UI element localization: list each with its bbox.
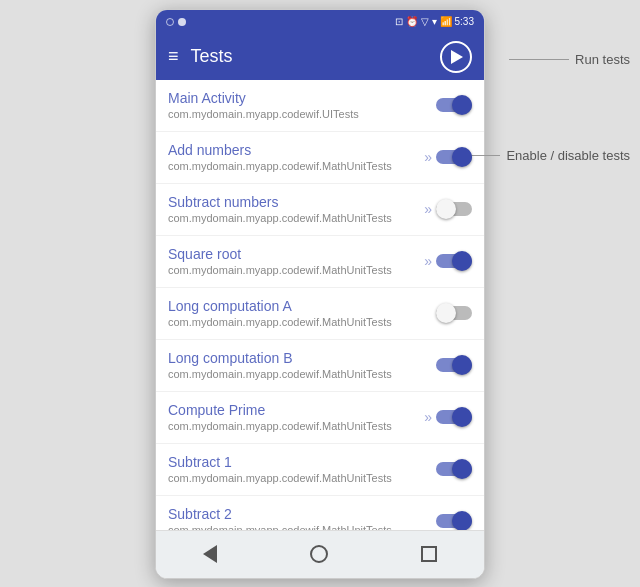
test-info: Compute Primecom.mydomain.myapp.codewif.… bbox=[168, 402, 424, 432]
skip-icon[interactable]: » bbox=[424, 201, 432, 217]
test-name: Subtract 2 bbox=[168, 506, 436, 522]
test-name: Long computation B bbox=[168, 350, 436, 366]
test-toggle[interactable] bbox=[436, 511, 472, 530]
play-icon bbox=[451, 50, 463, 64]
test-controls: » bbox=[424, 147, 472, 167]
toggle-thumb bbox=[452, 511, 472, 530]
test-item: Main Activitycom.mydomain.myapp.codewif.… bbox=[156, 80, 484, 132]
status-time: 5:33 bbox=[455, 16, 474, 27]
test-controls: » bbox=[424, 407, 472, 427]
status-bar: ⊡ ⏰ ▽ ▾ 📶 5:33 bbox=[156, 10, 484, 34]
toggle-thumb bbox=[452, 407, 472, 427]
toggle-thumb bbox=[436, 199, 456, 219]
run-tests-annotation: Run tests bbox=[509, 52, 630, 67]
test-toggle[interactable] bbox=[436, 251, 472, 271]
home-icon bbox=[310, 545, 328, 563]
test-item: Add numberscom.mydomain.myapp.codewif.Ma… bbox=[156, 132, 484, 184]
skip-icon[interactable]: » bbox=[424, 409, 432, 425]
test-info: Long computation Acom.mydomain.myapp.cod… bbox=[168, 298, 436, 328]
test-controls bbox=[436, 95, 472, 115]
test-controls: » bbox=[424, 251, 472, 271]
test-package: com.mydomain.myapp.codewif.MathUnitTests bbox=[168, 420, 424, 432]
annotation-line bbox=[509, 59, 569, 60]
test-list: Main Activitycom.mydomain.myapp.codewif.… bbox=[156, 80, 484, 530]
test-package: com.mydomain.myapp.codewif.MathUnitTests bbox=[168, 472, 436, 484]
test-item: Subtract numberscom.mydomain.myapp.codew… bbox=[156, 184, 484, 236]
test-package: com.mydomain.myapp.codewif.MathUnitTests bbox=[168, 212, 424, 224]
test-name: Compute Prime bbox=[168, 402, 424, 418]
test-package: com.mydomain.myapp.codewif.MathUnitTests bbox=[168, 160, 424, 172]
test-info: Long computation Bcom.mydomain.myapp.cod… bbox=[168, 350, 436, 380]
test-controls bbox=[436, 511, 472, 530]
recent-apps-button[interactable] bbox=[421, 546, 437, 562]
status-dot-1 bbox=[166, 18, 174, 26]
recent-icon bbox=[421, 546, 437, 562]
test-item: Square rootcom.mydomain.myapp.codewif.Ma… bbox=[156, 236, 484, 288]
test-toggle[interactable] bbox=[436, 95, 472, 115]
test-item: Subtract 1com.mydomain.myapp.codewif.Mat… bbox=[156, 444, 484, 496]
skip-icon[interactable]: » bbox=[424, 149, 432, 165]
test-item: Subtract 2com.mydomain.myapp.codewif.Mat… bbox=[156, 496, 484, 530]
test-toggle[interactable] bbox=[436, 147, 472, 167]
test-item: Compute Primecom.mydomain.myapp.codewif.… bbox=[156, 392, 484, 444]
toggle-thumb bbox=[452, 95, 472, 115]
phone-wrapper: Run tests Enable / disable tests ⊡ ⏰ ▽ ▾… bbox=[0, 0, 640, 587]
test-controls bbox=[436, 355, 472, 375]
menu-icon[interactable]: ≡ bbox=[168, 46, 179, 67]
phone-frame: ⊡ ⏰ ▽ ▾ 📶 5:33 ≡ Tests Main Activitycom.… bbox=[155, 9, 485, 579]
test-info: Subtract numberscom.mydomain.myapp.codew… bbox=[168, 194, 424, 224]
test-name: Main Activity bbox=[168, 90, 436, 106]
toggle-thumb bbox=[452, 251, 472, 271]
test-info: Add numberscom.mydomain.myapp.codewif.Ma… bbox=[168, 142, 424, 172]
run-tests-button[interactable] bbox=[440, 41, 472, 73]
test-name: Subtract 1 bbox=[168, 454, 436, 470]
bottom-nav bbox=[156, 530, 484, 578]
test-name: Long computation A bbox=[168, 298, 436, 314]
test-name: Add numbers bbox=[168, 142, 424, 158]
test-controls bbox=[436, 459, 472, 479]
test-name: Subtract numbers bbox=[168, 194, 424, 210]
toolbar: ≡ Tests bbox=[156, 34, 484, 80]
status-dot-2 bbox=[178, 18, 186, 26]
test-info: Main Activitycom.mydomain.myapp.codewif.… bbox=[168, 90, 436, 120]
test-toggle[interactable] bbox=[436, 199, 472, 219]
toggle-thumb bbox=[452, 355, 472, 375]
test-toggle[interactable] bbox=[436, 407, 472, 427]
back-icon bbox=[203, 545, 217, 563]
status-right: ⊡ ⏰ ▽ ▾ 📶 5:33 bbox=[395, 16, 474, 27]
test-package: com.mydomain.myapp.codewif.MathUnitTests bbox=[168, 316, 436, 328]
test-toggle[interactable] bbox=[436, 355, 472, 375]
status-left bbox=[166, 18, 186, 26]
test-controls: » bbox=[424, 199, 472, 219]
skip-icon[interactable]: » bbox=[424, 253, 432, 269]
test-info: Subtract 1com.mydomain.myapp.codewif.Mat… bbox=[168, 454, 436, 484]
toggle-thumb bbox=[436, 303, 456, 323]
status-icons: ⊡ ⏰ ▽ ▾ 📶 bbox=[395, 16, 451, 27]
back-button[interactable] bbox=[203, 545, 217, 563]
toggle-thumb bbox=[452, 147, 472, 167]
test-package: com.mydomain.myapp.codewif.UITests bbox=[168, 108, 436, 120]
test-package: com.mydomain.myapp.codewif.MathUnitTests bbox=[168, 368, 436, 380]
test-package: com.mydomain.myapp.codewif.MathUnitTests bbox=[168, 264, 424, 276]
app-title: Tests bbox=[191, 46, 440, 67]
toggle-thumb bbox=[452, 459, 472, 479]
test-info: Subtract 2com.mydomain.myapp.codewif.Mat… bbox=[168, 506, 436, 530]
home-button[interactable] bbox=[310, 545, 328, 563]
test-name: Square root bbox=[168, 246, 424, 262]
test-info: Square rootcom.mydomain.myapp.codewif.Ma… bbox=[168, 246, 424, 276]
test-item: Long computation Bcom.mydomain.myapp.cod… bbox=[156, 340, 484, 392]
test-item: Long computation Acom.mydomain.myapp.cod… bbox=[156, 288, 484, 340]
test-controls bbox=[436, 303, 472, 323]
test-toggle[interactable] bbox=[436, 303, 472, 323]
test-toggle[interactable] bbox=[436, 459, 472, 479]
